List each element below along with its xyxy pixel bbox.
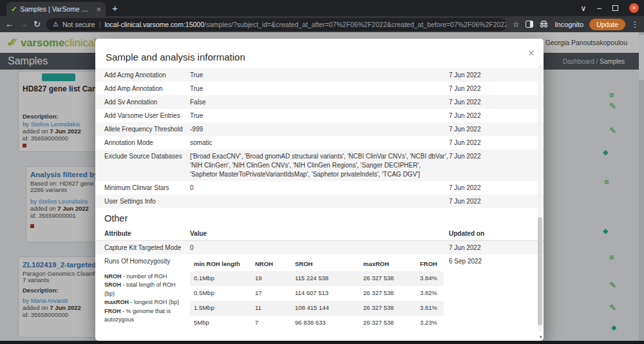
- legend-line: SROH - total length of ROH (bp): [104, 281, 185, 298]
- roh-cell: 26 327 538: [363, 304, 420, 312]
- roh-cell: 0.5Mbp: [194, 289, 255, 298]
- minimize-button[interactable]: –: [597, 5, 601, 12]
- roh-cell: 3.82%: [420, 289, 440, 298]
- forward-button[interactable]: →: [19, 20, 28, 28]
- tab-list-chevron-icon[interactable]: ∨: [581, 5, 587, 12]
- roh-cell: 114 607 513: [295, 289, 363, 298]
- roh-attribute-cell: Runs Of Homozygosity NROH - number of RO…: [104, 257, 190, 330]
- roh-legend: NROH - number of ROH SROH - total length…: [104, 272, 185, 325]
- roh-header: min ROH length: [194, 260, 255, 269]
- sample-info-modal: × Sample and analysis information Add Ac…: [95, 39, 544, 341]
- roh-data-row: 5Mbp 7 96 838 633 26 327 538 3.23%: [190, 316, 444, 330]
- not-secure-warning-icon: ⚠: [53, 21, 59, 28]
- roh-table: min ROH length NROH SROH maxROH FROH 0.1…: [190, 257, 444, 330]
- incognito-label: Incognito: [554, 21, 583, 28]
- legend-term: NROH: [104, 273, 122, 280]
- table-row: Add Varsome User Entries True 7 Jun 2022: [95, 109, 544, 122]
- new-tab-button[interactable]: +: [112, 3, 118, 14]
- legend-line: maxROH - longest ROH (bp): [104, 298, 185, 307]
- legend-term: maxROH: [104, 299, 129, 305]
- page-viewport: ✓ ✓ varsome clinical Samples Filter sets…: [0, 32, 644, 341]
- roh-cell: 3.84%: [420, 274, 440, 283]
- roh-cell: 19: [255, 274, 295, 283]
- row-updated: 7 Jun 2022: [449, 71, 533, 80]
- roh-data-row: 1.5Mbp 11 108 415 144 26 327 538 3.61%: [190, 301, 444, 316]
- roh-header-row: min ROH length NROH SROH maxROH FROH: [190, 257, 444, 272]
- row-updated: 7 Jun 2022: [449, 184, 533, 193]
- modal-title: Sample and analysis information: [95, 39, 544, 68]
- row-attribute: Add Varsome User Entries: [104, 111, 190, 120]
- row-attribute: User Settings Info: [104, 197, 190, 206]
- update-button[interactable]: Update: [589, 19, 625, 30]
- table-row: Annotation Mode somatic 7 Jun 2022: [95, 136, 544, 149]
- roh-cell: 11: [255, 304, 295, 312]
- row-value: [190, 197, 449, 206]
- row-attribute: Capture Kit Targeted Mode: [104, 244, 190, 253]
- modal-scrollbar[interactable]: [538, 64, 542, 332]
- roh-header: FROH: [420, 260, 440, 269]
- row-value: 0: [190, 184, 449, 193]
- legend-desc: - number of ROH: [123, 273, 167, 280]
- row-updated: 7 Jun 2022: [449, 152, 533, 179]
- roh-cell: 7: [255, 319, 295, 327]
- roh-cell: 26 327 538: [363, 274, 420, 283]
- security-label[interactable]: Not secure: [62, 21, 95, 28]
- row-updated: 6 Sep 2022: [449, 257, 533, 330]
- legend-line: FROH - % genome that is autozygous: [104, 307, 185, 325]
- incognito-icon: [539, 19, 549, 30]
- row-updated: 7 Jun 2022: [449, 139, 533, 148]
- table-header-row: Attribute Value Updated on: [95, 227, 544, 241]
- table-row: User Settings Info 7 Jun 2022: [95, 195, 544, 208]
- roh-cell: 26 327 538: [363, 319, 420, 327]
- reload-button[interactable]: ↻: [33, 20, 41, 28]
- window-controls: ∨ – ×: [581, 0, 639, 16]
- row-attribute: Add Sv Annotation: [104, 98, 190, 107]
- row-attribute: Annotation Mode: [104, 139, 190, 148]
- varsome-favicon-icon: ✓: [11, 5, 17, 14]
- row-value: True: [190, 111, 449, 120]
- roh-cell: 0.1Mbp: [194, 274, 255, 283]
- table-row: Exclude Source Databases ['Broad ExacCNV…: [95, 149, 544, 181]
- modal-close-icon[interactable]: ×: [528, 48, 535, 59]
- window-close-button[interactable]: ×: [629, 3, 639, 13]
- roh-header: NROH: [255, 260, 295, 269]
- browser-menu-icon[interactable]: ⋮: [631, 20, 639, 29]
- row-value: 0: [190, 244, 449, 253]
- row-value: ['Broad ExacCNV', 'Broad gnomAD structur…: [190, 152, 449, 179]
- bookmark-star-icon[interactable]: ☆: [513, 20, 520, 29]
- roh-data-row: 0.5Mbp 17 114 607 513 26 327 538 3.82%: [190, 286, 444, 301]
- row-attribute: Allele Frequency Threshold: [104, 125, 190, 134]
- back-button[interactable]: ←: [5, 20, 14, 28]
- other-table: Attribute Value Updated on Capture Kit T…: [95, 227, 544, 332]
- url-text[interactable]: local-clinical.varsome.com:15000/samples…: [104, 21, 506, 28]
- browser-tab[interactable]: ✓ Samples | VarSome Clinical ×: [6, 2, 106, 16]
- browser-window: ✓ Samples | VarSome Clinical × + ∨ – × ←…: [0, 0, 644, 344]
- roh-cell: 3.61%: [420, 304, 440, 312]
- url-path: /samples/?subject_id=&created_at_after=0…: [204, 21, 507, 28]
- modal-scrollbar-thumb[interactable]: [538, 217, 542, 325]
- maximize-button[interactable]: [612, 5, 618, 11]
- legend-term: FROH: [104, 308, 121, 314]
- tab-close-icon[interactable]: ×: [96, 5, 101, 14]
- header-attribute: Attribute: [104, 229, 190, 238]
- side-panel-icon[interactable]: [526, 21, 534, 28]
- row-value: somatic: [190, 139, 449, 148]
- window-bottom-edge: [0, 341, 644, 344]
- table-row: Capture Kit Targeted Mode 0 7 Jun 2022: [95, 241, 544, 254]
- row-value: True: [190, 84, 449, 93]
- table-row: Add Sv Annotation False 7 Jun 2022: [95, 95, 544, 109]
- row-value: False: [190, 98, 449, 107]
- roh-row: Runs Of Homozygosity NROH - number of RO…: [95, 254, 544, 332]
- row-updated: 7 Jun 2022: [449, 84, 533, 93]
- address-bar[interactable]: ⚠ Not secure | local-clinical.varsome.co…: [46, 18, 507, 31]
- scroll-down-icon[interactable]: ▾: [539, 334, 542, 340]
- roh-header: maxROH: [363, 260, 420, 269]
- browser-titlebar: ✓ Samples | VarSome Clinical × + ∨ – ×: [0, 0, 644, 16]
- row-updated: 7 Jun 2022: [449, 125, 533, 134]
- table-row: Minimum Clinvar Stars 0 7 Jun 2022: [95, 181, 544, 195]
- row-value: True: [190, 71, 449, 80]
- other-section-heading: Other: [95, 208, 544, 227]
- table-row: Add Amp Annotation True 7 Jun 2022: [95, 82, 544, 95]
- header-value: Value: [190, 229, 449, 238]
- url-divider: |: [99, 21, 101, 28]
